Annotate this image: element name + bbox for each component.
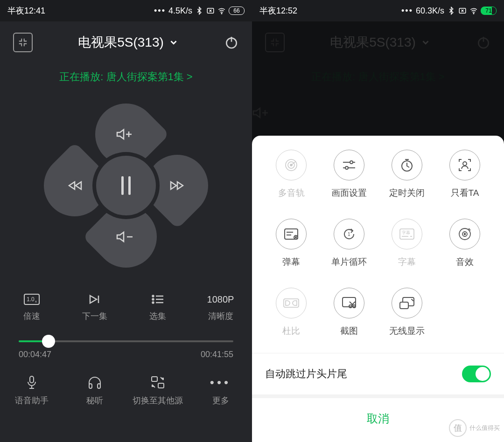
option-label: 字幕 (398, 256, 416, 268)
option-watch-ta[interactable]: 只看TA (436, 150, 494, 199)
switch-source-button[interactable]: 切换至其他源 (130, 375, 186, 406)
switch-label: 切换至其他源 (133, 395, 183, 406)
loop-icon: 1 (334, 219, 364, 249)
svg-rect-32 (284, 299, 299, 307)
option-loop[interactable]: 1 单片循环 (320, 219, 378, 268)
svg-rect-12 (152, 377, 157, 381)
watermark: 值 什么值得买 (449, 418, 500, 438)
voice-label: 语音助手 (15, 395, 49, 406)
bluetooth-icon (195, 7, 203, 15)
status-time: 半夜12:52 (259, 5, 297, 16)
slider-thumb-icon[interactable] (42, 335, 55, 348)
option-label: 无线显示 (389, 325, 425, 337)
svg-point-6 (152, 296, 154, 297)
cast-icon (392, 288, 422, 318)
dolby-icon (276, 288, 307, 318)
option-grid: 多音轨 画面设置 定时关闭 只看TA (252, 150, 504, 353)
svg-point-21 (345, 166, 348, 169)
now-playing-link[interactable]: 正在播放: 唐人街探案第1集 > (0, 57, 252, 88)
svg-point-20 (350, 161, 353, 164)
rewind-icon (67, 180, 83, 191)
svg-point-23 (463, 162, 467, 166)
app-header: 电视果5S(313) (0, 21, 252, 57)
listen-button[interactable]: 秘听 (67, 375, 123, 406)
headphones-icon (87, 375, 102, 390)
skip-intro-label: 自动跳过片头片尾 (265, 367, 347, 381)
danmu-icon (276, 219, 307, 249)
device-selector[interactable]: 电视果5S(313) (78, 34, 179, 51)
more-label: 更多 (212, 395, 229, 406)
option-label: 弹幕 (282, 256, 300, 268)
option-multi-audio[interactable]: 多音轨 (262, 150, 320, 199)
wifi-icon (217, 7, 226, 15)
screen-left: 半夜12:41 ••• 4.5K/s 66 电视果5S(313) 正在播放: 唐… (0, 0, 252, 442)
signal-dots-icon: ••• (401, 6, 413, 16)
radar-icon (276, 150, 307, 180)
signal-dots-icon: ••• (154, 6, 166, 16)
svg-text:x: x (35, 299, 37, 304)
speed-label: 倍速 (23, 311, 40, 322)
option-label: 单片循环 (331, 256, 367, 268)
play-pause-button[interactable] (96, 156, 156, 215)
svg-text:字幕: 字幕 (402, 230, 410, 235)
subtitle-icon: 字幕 (392, 219, 422, 249)
speed-icon: 1.0x (24, 293, 40, 306)
battery-icon: 66 (229, 7, 245, 15)
svg-rect-11 (98, 384, 100, 388)
shrink-button[interactable] (13, 33, 33, 52)
close-box-icon (458, 7, 467, 15)
device-title: 电视果5S(313) (78, 34, 164, 51)
option-picture[interactable]: 画面设置 (320, 150, 378, 199)
option-danmu[interactable]: 弹幕 (262, 219, 320, 268)
option-screenshot[interactable]: 截图 (320, 288, 378, 337)
chevron-down-icon (168, 37, 179, 48)
close-box-icon (206, 7, 215, 15)
option-sound[interactable]: 音效 (436, 219, 494, 268)
voice-button[interactable]: 语音助手 (4, 375, 60, 406)
scissors-icon (334, 288, 364, 318)
episodes-button[interactable]: 选集 (132, 293, 183, 322)
power-icon (224, 35, 239, 50)
progress-slider[interactable] (19, 340, 233, 342)
net-speed: 60.3K/s (416, 6, 444, 16)
person-focus-icon (449, 150, 480, 180)
option-wireless[interactable]: 无线显示 (378, 288, 436, 337)
episodes-label: 选集 (149, 311, 166, 322)
option-timer[interactable]: 定时关闭 (378, 150, 436, 199)
option-label: 音效 (456, 256, 474, 268)
speed-button[interactable]: 1.0x 倍速 (6, 293, 57, 322)
svg-rect-13 (158, 383, 164, 388)
quality-button[interactable]: 1080P 清晰度 (195, 293, 246, 322)
svg-point-1 (221, 13, 222, 14)
sound-icon (449, 219, 480, 249)
time-total: 00:41:55 (201, 350, 233, 359)
option-label: 多音轨 (278, 187, 305, 199)
status-time: 半夜12:41 (7, 5, 45, 16)
next-episode-button[interactable]: 下一集 (69, 293, 120, 322)
more-button[interactable]: ••• 更多 (193, 375, 249, 406)
controls-row: 1.0x 倍速 下一集 选集 1080P 清晰度 (0, 293, 252, 322)
shrink-icon (18, 37, 28, 48)
pause-icon (121, 176, 131, 195)
option-label: 只看TA (451, 187, 479, 199)
option-dolby[interactable]: 杜比 (262, 288, 320, 337)
sliders-icon (334, 150, 364, 180)
power-button[interactable] (224, 35, 239, 50)
svg-point-31 (464, 234, 466, 235)
option-subtitle[interactable]: 字幕 字幕 (378, 219, 436, 268)
next-label: 下一集 (82, 311, 107, 322)
skip-intro-toggle[interactable] (462, 366, 491, 382)
bluetooth-icon (447, 7, 455, 15)
dpad (47, 106, 205, 265)
next-icon (88, 293, 101, 306)
volume-up-icon (116, 128, 136, 141)
svg-point-8 (152, 302, 154, 304)
quality-label: 清晰度 (208, 311, 233, 322)
watermark-icon: 值 (449, 419, 467, 437)
svg-text:1.0: 1.0 (27, 296, 35, 303)
battery-icon: 71 (481, 7, 497, 15)
mic-icon (26, 375, 38, 390)
wifi-icon (469, 7, 478, 15)
more-icon: ••• (210, 375, 231, 390)
status-bar: 半夜12:52 ••• 60.3K/s 71 (252, 0, 504, 21)
